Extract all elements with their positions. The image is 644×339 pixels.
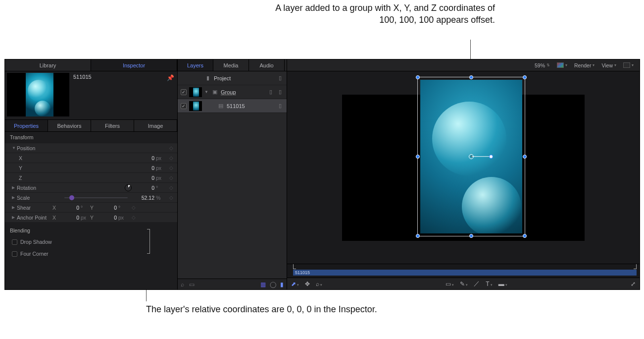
chevron-down-icon: ▾ bbox=[565, 63, 567, 67]
param-value[interactable]: 0 bbox=[97, 205, 117, 211]
filter-icon[interactable]: ▮ bbox=[280, 281, 284, 288]
pass-through-icon[interactable]: ▯ bbox=[267, 89, 274, 95]
param-value[interactable]: 0 bbox=[59, 205, 79, 211]
param-position-y[interactable]: Y 0 px ◇ bbox=[5, 163, 177, 172]
disclosure-icon[interactable]: ▶ bbox=[12, 205, 17, 210]
keyframe-icon[interactable]: ◇ bbox=[168, 145, 174, 151]
param-position[interactable]: ▼ Position ◇ bbox=[5, 143, 177, 153]
tab-media[interactable]: Media bbox=[213, 59, 249, 71]
lock-icon[interactable]: ▯ bbox=[277, 89, 284, 95]
param-scale[interactable]: ▶ Scale 52.12 % ◇ bbox=[5, 192, 177, 202]
view-menu[interactable]: View ▾ bbox=[599, 62, 618, 68]
tab-inspector[interactable]: Inspector bbox=[91, 59, 177, 71]
canvas-viewport[interactable] bbox=[287, 71, 640, 264]
keyframe-icon[interactable]: ◇ bbox=[168, 185, 174, 190]
project-icon: ▮ bbox=[204, 75, 211, 81]
timeline-out-marker[interactable] bbox=[634, 264, 637, 269]
lock-icon[interactable]: ▯ bbox=[277, 103, 284, 109]
tab-layers[interactable]: Layers bbox=[178, 59, 213, 71]
checkbox[interactable] bbox=[12, 239, 17, 245]
expand-icon[interactable]: ⤢ bbox=[631, 281, 636, 287]
param-unit: px bbox=[79, 215, 90, 221]
frame-icon[interactable]: ▭ bbox=[189, 281, 195, 288]
resize-handle-tl[interactable] bbox=[416, 75, 420, 79]
mini-timeline[interactable]: 511015 bbox=[287, 264, 640, 278]
paint-tool[interactable]: ／ bbox=[474, 280, 480, 288]
search-icon[interactable]: ⌕ bbox=[181, 281, 184, 288]
param-value[interactable]: 0 bbox=[59, 215, 79, 221]
resize-handle-bl[interactable] bbox=[416, 234, 420, 238]
rotation-handle[interactable] bbox=[489, 155, 493, 159]
inspector-header: 511015 📌 bbox=[5, 71, 177, 120]
param-position-z[interactable]: Z 0 px ◇ bbox=[5, 172, 177, 182]
select-tool[interactable]: ⬈▾ bbox=[291, 281, 299, 287]
chevron-down-icon: ▾ bbox=[593, 63, 594, 67]
tab-library[interactable]: Library bbox=[5, 59, 91, 71]
render-menu[interactable]: Render ▾ bbox=[572, 62, 596, 68]
resize-handle-l[interactable] bbox=[416, 155, 420, 159]
disclosure-icon[interactable]: ▼ bbox=[12, 146, 17, 150]
layer-thumbnail bbox=[189, 87, 202, 97]
keyframe-icon[interactable]: ◇ bbox=[168, 175, 174, 180]
param-value[interactable]: 0 bbox=[135, 185, 154, 191]
param-value[interactable]: 52.12 bbox=[132, 195, 154, 201]
disclosure-icon[interactable]: ▶ bbox=[12, 215, 17, 220]
param-shear[interactable]: ▶ Shear X 0 ° Y 0 ° ◇ bbox=[5, 202, 177, 212]
chevron-down-icon: ▾ bbox=[632, 63, 634, 67]
param-value[interactable]: 0 bbox=[97, 215, 117, 221]
layer-row-clip[interactable]: ✓ ▤ 511015 ▯ bbox=[178, 99, 287, 113]
disclosure-icon[interactable]: ▶ bbox=[12, 185, 17, 190]
zoom-control[interactable]: 59% ⇅ bbox=[533, 62, 552, 68]
param-value[interactable]: 0 bbox=[125, 175, 154, 181]
resize-handle-r[interactable] bbox=[523, 155, 527, 159]
resize-handle-tr[interactable] bbox=[523, 75, 527, 79]
subtab-image[interactable]: Image bbox=[134, 120, 177, 131]
param-value[interactable]: 0 bbox=[125, 155, 154, 161]
lock-icon[interactable]: ▯ bbox=[277, 75, 284, 81]
subtab-properties[interactable]: Properties bbox=[5, 120, 48, 131]
param-position-x[interactable]: X 0 px ◇ bbox=[5, 153, 177, 163]
param-drop-shadow[interactable]: Drop Shadow bbox=[5, 236, 177, 248]
param-four-corner[interactable]: Four Corner bbox=[5, 248, 177, 260]
keyframe-icon[interactable]: ◇ bbox=[131, 205, 137, 210]
mask-tool[interactable]: ▬▾ bbox=[498, 281, 507, 287]
keyframe-icon[interactable]: ◇ bbox=[168, 165, 174, 170]
timeline-in-marker[interactable] bbox=[293, 264, 296, 269]
visible-checkbox[interactable]: ✓ bbox=[181, 89, 187, 95]
layer-row-project[interactable]: ▮ Project ▯ bbox=[178, 71, 287, 85]
rotation-lever[interactable] bbox=[471, 156, 491, 157]
color-channels-button[interactable]: ▾ bbox=[555, 62, 569, 68]
rectangle-tool[interactable]: ▭▾ bbox=[446, 281, 454, 287]
view-tool[interactable]: ⌕▾ bbox=[316, 281, 322, 287]
timeline-clip[interactable]: 511015 bbox=[293, 270, 637, 276]
keyframe-icon[interactable]: ◇ bbox=[168, 195, 174, 200]
resize-handle-b[interactable] bbox=[469, 234, 473, 238]
tab-audio[interactable]: Audio bbox=[249, 59, 285, 71]
keyframe-icon[interactable]: ◇ bbox=[131, 215, 137, 220]
3d-transform-tool[interactable]: ✥ bbox=[305, 281, 310, 287]
param-value[interactable]: 0 bbox=[125, 165, 154, 171]
selection-bounding-box[interactable] bbox=[417, 77, 525, 236]
subtab-filters[interactable]: Filters bbox=[91, 120, 134, 131]
mask-icon[interactable]: ▦ bbox=[260, 281, 266, 288]
scale-slider[interactable] bbox=[64, 197, 128, 198]
viewport-layout-button[interactable]: ▾ bbox=[621, 62, 636, 68]
pen-tool[interactable]: ✎▾ bbox=[460, 281, 468, 287]
param-anchor-point[interactable]: ▶ Anchor Point X 0 px Y 0 px ◇ bbox=[5, 212, 177, 222]
disclosure-icon[interactable]: ▶ bbox=[12, 195, 17, 200]
resize-handle-br[interactable] bbox=[523, 234, 527, 238]
rotation-dial[interactable] bbox=[125, 184, 132, 191]
resize-handle-t[interactable] bbox=[469, 75, 473, 79]
layer-name[interactable]: 511015 bbox=[227, 103, 274, 109]
subtab-behaviors[interactable]: Behaviors bbox=[48, 120, 91, 131]
layer-row-group[interactable]: ✓ ▼ ▣ Group ▯ ▯ bbox=[178, 85, 287, 99]
visible-checkbox[interactable]: ✓ bbox=[181, 103, 187, 109]
behavior-icon[interactable]: ◯ bbox=[270, 281, 276, 288]
param-rotation[interactable]: ▶ Rotation 0 ° ◇ bbox=[5, 182, 177, 192]
disclosure-icon[interactable]: ▼ bbox=[204, 90, 209, 94]
pin-icon[interactable]: 📌 bbox=[167, 74, 174, 81]
text-tool[interactable]: T▾ bbox=[486, 281, 492, 287]
layer-name[interactable]: Group bbox=[221, 89, 265, 95]
keyframe-icon[interactable]: ◇ bbox=[168, 155, 174, 161]
checkbox[interactable] bbox=[12, 251, 17, 257]
